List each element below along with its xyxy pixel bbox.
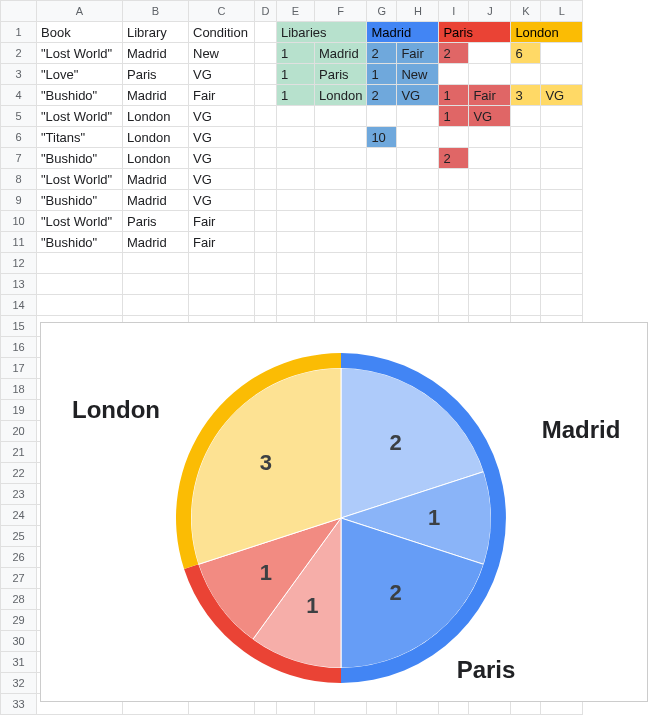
row-header[interactable]: 4: [1, 85, 37, 106]
col-header[interactable]: D: [255, 1, 277, 22]
cell-D4[interactable]: [255, 85, 277, 106]
cell-G10[interactable]: [367, 211, 397, 232]
cell-D6[interactable]: [255, 127, 277, 148]
cell-J4[interactable]: Fair: [469, 85, 511, 106]
cell-K7[interactable]: [511, 148, 541, 169]
row-header[interactable]: 7: [1, 148, 37, 169]
cell-K11[interactable]: [511, 232, 541, 253]
cell-F2[interactable]: Madrid: [315, 43, 367, 64]
cell-L2[interactable]: [541, 43, 583, 64]
cell-G7[interactable]: [367, 148, 397, 169]
row-header[interactable]: 20: [1, 421, 37, 442]
cell-I6[interactable]: [439, 127, 469, 148]
cell-G3[interactable]: 1: [367, 64, 397, 85]
row-header[interactable]: 6: [1, 127, 37, 148]
cell-E13[interactable]: [277, 274, 315, 295]
cell-E6[interactable]: [277, 127, 315, 148]
cell-F4[interactable]: London: [315, 85, 367, 106]
cell-G12[interactable]: [367, 253, 397, 274]
row-header[interactable]: 18: [1, 379, 37, 400]
cell-K3[interactable]: [511, 64, 541, 85]
row-header[interactable]: 1: [1, 22, 37, 43]
cell-K9[interactable]: [511, 190, 541, 211]
cell-E3[interactable]: 1: [277, 64, 315, 85]
cell-K2[interactable]: 6: [511, 43, 541, 64]
cell-L5[interactable]: [541, 106, 583, 127]
col-header[interactable]: H: [397, 1, 439, 22]
cell-I14[interactable]: [439, 295, 469, 316]
cell-F12[interactable]: [315, 253, 367, 274]
cell-F3[interactable]: Paris: [315, 64, 367, 85]
cell-K5[interactable]: [511, 106, 541, 127]
cell-I11[interactable]: [439, 232, 469, 253]
cell-B12[interactable]: [123, 253, 189, 274]
cell-I13[interactable]: [439, 274, 469, 295]
cell-B2[interactable]: Madrid: [123, 43, 189, 64]
cell-E8[interactable]: [277, 169, 315, 190]
row-header[interactable]: 23: [1, 484, 37, 505]
cell-D11[interactable]: [255, 232, 277, 253]
cell-K14[interactable]: [511, 295, 541, 316]
cell-D7[interactable]: [255, 148, 277, 169]
cell-A1[interactable]: Book: [37, 22, 123, 43]
cell-H13[interactable]: [397, 274, 439, 295]
cell-D14[interactable]: [255, 295, 277, 316]
col-header[interactable]: F: [315, 1, 367, 22]
cell-E12[interactable]: [277, 253, 315, 274]
cell-L14[interactable]: [541, 295, 583, 316]
row-header[interactable]: 28: [1, 589, 37, 610]
cell-F5[interactable]: [315, 106, 367, 127]
row-header[interactable]: 5: [1, 106, 37, 127]
cell-L7[interactable]: [541, 148, 583, 169]
cell-G2[interactable]: 2: [367, 43, 397, 64]
cell-A8[interactable]: "Lost World": [37, 169, 123, 190]
cell-J8[interactable]: [469, 169, 511, 190]
cell-H11[interactable]: [397, 232, 439, 253]
row-header[interactable]: 32: [1, 673, 37, 694]
row-header[interactable]: 25: [1, 526, 37, 547]
cell-E7[interactable]: [277, 148, 315, 169]
cell-F6[interactable]: [315, 127, 367, 148]
row-header[interactable]: 13: [1, 274, 37, 295]
cell-C12[interactable]: [189, 253, 255, 274]
cell-F11[interactable]: [315, 232, 367, 253]
col-header[interactable]: E: [277, 1, 315, 22]
cell-A3[interactable]: "Love": [37, 64, 123, 85]
cell-I2[interactable]: 2: [439, 43, 469, 64]
row-header[interactable]: 33: [1, 694, 37, 715]
row-header[interactable]: 31: [1, 652, 37, 673]
col-header[interactable]: L: [541, 1, 583, 22]
cell-A11[interactable]: "Bushido": [37, 232, 123, 253]
cell-H8[interactable]: [397, 169, 439, 190]
cell-L4[interactable]: VG: [541, 85, 583, 106]
cell-K1[interactable]: London: [511, 22, 583, 43]
cell-C14[interactable]: [189, 295, 255, 316]
row-header[interactable]: 10: [1, 211, 37, 232]
row-header[interactable]: 9: [1, 190, 37, 211]
cell-E1[interactable]: Libaries: [277, 22, 367, 43]
cell-B11[interactable]: Madrid: [123, 232, 189, 253]
cell-C7[interactable]: VG: [189, 148, 255, 169]
row-header[interactable]: 2: [1, 43, 37, 64]
cell-B3[interactable]: Paris: [123, 64, 189, 85]
cell-D8[interactable]: [255, 169, 277, 190]
cell-A7[interactable]: "Bushido": [37, 148, 123, 169]
cell-H14[interactable]: [397, 295, 439, 316]
cell-J10[interactable]: [469, 211, 511, 232]
cell-H6[interactable]: [397, 127, 439, 148]
cell-K4[interactable]: 3: [511, 85, 541, 106]
cell-F9[interactable]: [315, 190, 367, 211]
cell-K12[interactable]: [511, 253, 541, 274]
row-header[interactable]: 14: [1, 295, 37, 316]
cell-H9[interactable]: [397, 190, 439, 211]
cell-H5[interactable]: [397, 106, 439, 127]
cell-C9[interactable]: VG: [189, 190, 255, 211]
cell-K13[interactable]: [511, 274, 541, 295]
cell-H10[interactable]: [397, 211, 439, 232]
cell-B9[interactable]: Madrid: [123, 190, 189, 211]
col-header[interactable]: G: [367, 1, 397, 22]
cell-A13[interactable]: [37, 274, 123, 295]
cell-C8[interactable]: VG: [189, 169, 255, 190]
cell-G1[interactable]: Madrid: [367, 22, 439, 43]
cell-G6[interactable]: 10: [367, 127, 397, 148]
